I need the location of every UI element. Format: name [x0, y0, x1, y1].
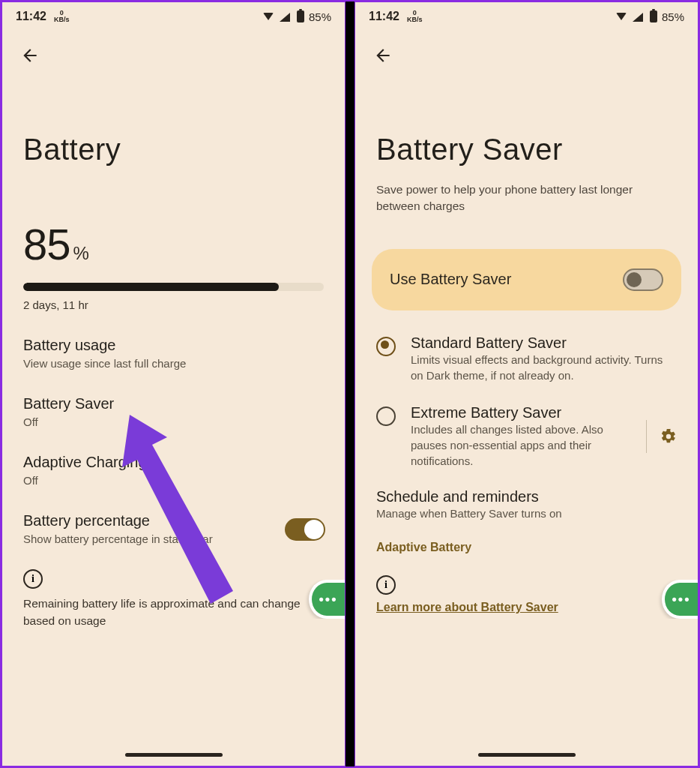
setting-title: Adaptive Charging: [23, 454, 324, 471]
status-bar: 11:42 0 KB/s 85%: [2, 2, 345, 25]
battery-progress-bar: [23, 283, 324, 291]
option-desc: Limits visual effects and background act…: [411, 352, 677, 383]
wifi-icon: [261, 11, 274, 22]
option-title: Extreme Battery Saver: [411, 404, 636, 422]
gear-icon: [660, 428, 677, 445]
use-battery-saver-toggle[interactable]: [623, 268, 663, 291]
standard-saver-option[interactable]: Standard Battery Saver Limits visual eff…: [355, 324, 698, 394]
setting-title: Battery Saver: [23, 395, 324, 412]
setting-desc: Show battery percentage in status bar: [23, 531, 324, 547]
dots-icon: •••: [319, 592, 338, 608]
adaptive-charging-item[interactable]: Adaptive Charging Off: [2, 442, 345, 500]
info-icon: i: [376, 575, 396, 595]
battery-saver-screen: 11:42 0 KB/s 85% Battery Saver Save powe…: [354, 2, 699, 766]
battery-icon: [297, 10, 304, 22]
battery-usage-item[interactable]: Battery usage View usage since last full…: [2, 325, 345, 383]
status-time: 11:42: [16, 10, 46, 23]
status-bar: 11:42 0 KB/s 85%: [355, 2, 698, 25]
battery-note: Remaining battery life is approximate an…: [2, 595, 345, 630]
info-icon: i: [23, 569, 43, 589]
schedule-reminders-item[interactable]: Schedule and reminders Manage when Batte…: [355, 479, 698, 520]
setting-desc: Off: [23, 414, 324, 430]
use-battery-saver-card[interactable]: Use Battery Saver: [372, 249, 681, 310]
fab-more-button[interactable]: •••: [309, 580, 345, 619]
learn-more-link[interactable]: Learn more about Battery Saver: [376, 601, 558, 614]
status-net-rate: 0 KB/s: [407, 10, 423, 23]
battery-percentage-toggle[interactable]: [285, 518, 325, 541]
battery-icon: [650, 10, 657, 22]
nav-pill[interactable]: [125, 753, 223, 757]
wifi-icon: [614, 11, 627, 22]
battery-estimate: 2 days, 11 hr: [2, 296, 345, 325]
battery-saver-item[interactable]: Battery Saver Off: [2, 383, 345, 442]
adaptive-battery-section-label: Adaptive Battery: [355, 520, 698, 559]
extreme-saver-settings-button[interactable]: [646, 420, 677, 453]
nav-pill[interactable]: [478, 753, 576, 757]
back-button[interactable]: [373, 46, 393, 65]
setting-title: Schedule and reminders: [376, 488, 677, 506]
setting-desc: View usage since last full charge: [23, 356, 324, 371]
battery-percent-value: 85: [23, 219, 70, 269]
fab-more-button[interactable]: •••: [662, 580, 698, 619]
setting-title: Battery percentage: [23, 512, 324, 530]
arrow-left-icon: [20, 46, 40, 65]
status-net-rate: 0 KB/s: [54, 10, 70, 23]
arrow-left-icon: [373, 46, 393, 65]
setting-desc: Manage when Battery Saver turns on: [376, 506, 677, 520]
battery-percent-display: 85 %: [2, 182, 345, 277]
extreme-saver-option[interactable]: Extreme Battery Saver Includes all chang…: [355, 394, 698, 479]
radio-selected[interactable]: [376, 337, 396, 356]
option-title: Standard Battery Saver: [411, 334, 677, 352]
battery-settings-screen: 11:42 0 KB/s 85% Battery 85 %: [1, 2, 346, 766]
use-battery-saver-label: Use Battery Saver: [390, 271, 511, 288]
back-button[interactable]: [20, 46, 40, 65]
battery-percent-unit: %: [73, 243, 89, 267]
dots-icon: •••: [672, 592, 691, 608]
setting-title: Battery usage: [23, 337, 324, 354]
page-title: Battery Saver: [355, 65, 698, 182]
status-battery-pct: 85%: [309, 10, 331, 23]
radio-unselected[interactable]: [376, 406, 396, 426]
cell-signal-icon: [632, 11, 645, 22]
status-time: 11:42: [369, 10, 399, 23]
setting-desc: Off: [23, 472, 324, 488]
status-battery-pct: 85%: [662, 10, 684, 23]
battery-progress-fill: [23, 283, 279, 291]
cell-signal-icon: [279, 11, 292, 22]
option-desc: Includes all changes listed above. Also …: [411, 422, 636, 469]
page-title: Battery: [2, 65, 345, 182]
page-intro: Save power to help your phone battery la…: [355, 182, 698, 215]
battery-percentage-item[interactable]: Battery percentage Show battery percenta…: [2, 500, 345, 559]
